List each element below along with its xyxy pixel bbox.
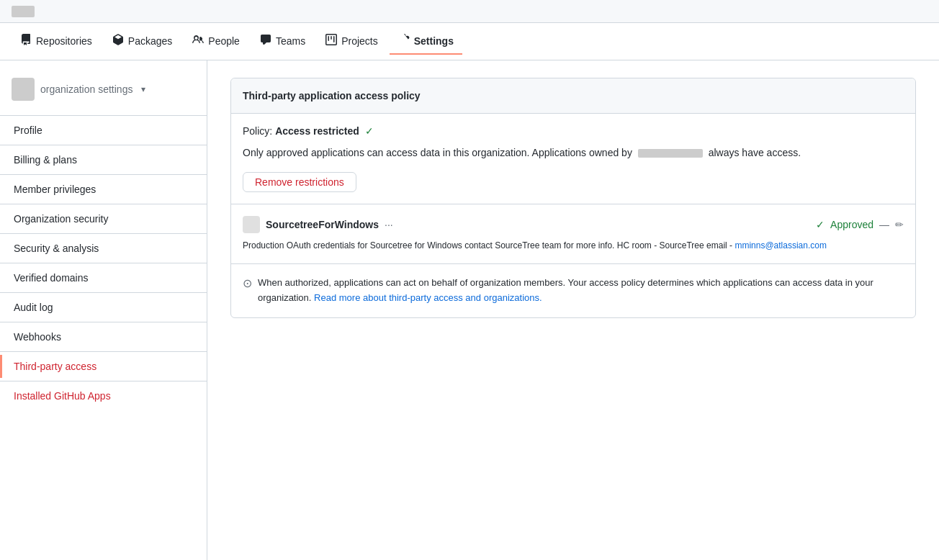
settings-icon — [398, 34, 410, 48]
top-bar — [0, 0, 939, 23]
check-icon: ✓ — [365, 125, 374, 137]
third-party-access-card: Third-party application access policy Po… — [230, 78, 916, 318]
app-options-button[interactable]: ··· — [385, 219, 393, 230]
card-title: Third-party application access policy — [243, 90, 904, 101]
edit-icon[interactable]: ✏ — [895, 219, 904, 230]
sidebar-item-installed-apps[interactable]: Installed GitHub Apps — [0, 384, 207, 407]
main-nav: Repositories Packages People Teams Proje… — [0, 23, 939, 60]
card-header: Third-party application access policy — [231, 78, 915, 114]
sidebar-divider-2 — [0, 174, 207, 175]
org-name-blurred — [638, 149, 703, 158]
app-email-link[interactable]: mminns@atlassian.com — [734, 240, 827, 250]
sidebar-divider-9 — [0, 381, 207, 381]
chevron-down-icon: ▾ — [141, 84, 145, 94]
app-row-left: SourcetreeForWindows ··· — [243, 216, 393, 233]
approved-check-icon: ✓ — [816, 219, 825, 230]
teams-icon — [260, 34, 271, 48]
app-row-right: ✓ Approved — ✏ — [816, 219, 904, 230]
sidebar-org-title: organization settings — [40, 83, 132, 95]
policy-desc-post: always have access. — [709, 147, 801, 158]
main-layout: organization settings ▾ Profile Billing … — [0, 60, 939, 560]
app-icon — [243, 216, 260, 233]
sidebar-item-third-party[interactable]: Third-party access — [0, 355, 207, 378]
nav-teams-label: Teams — [276, 35, 305, 47]
nav-settings-label: Settings — [414, 35, 454, 47]
org-avatar — [12, 78, 35, 101]
info-icon: ⊙ — [243, 276, 252, 290]
sidebar-divider-6 — [0, 292, 207, 293]
app-name: SourcetreeForWindows — [266, 219, 379, 230]
info-link[interactable]: Read more about third-party access and o… — [314, 292, 542, 303]
sidebar-header[interactable]: organization settings ▾ — [0, 72, 207, 112]
policy-description: Only approved applications can access da… — [243, 145, 904, 161]
sidebar-divider-3 — [0, 204, 207, 204]
policy-status-value: Access restricted — [275, 125, 359, 137]
info-text: When authorized, applications can act on… — [258, 276, 904, 306]
approved-label: Approved — [830, 219, 873, 230]
sidebar-item-audit-log[interactable]: Audit log — [0, 296, 207, 319]
sidebar-item-webhooks[interactable]: Webhooks — [0, 325, 207, 348]
dash-separator: — — [879, 219, 889, 230]
sidebar-item-profile[interactable]: Profile — [0, 119, 207, 142]
nav-projects-label: Projects — [341, 35, 378, 47]
policy-label: Policy: — [243, 125, 272, 137]
remove-restrictions-button[interactable]: Remove restrictions — [243, 172, 356, 192]
nav-repositories-label: Repositories — [36, 35, 92, 47]
sidebar-divider — [0, 115, 207, 116]
app-desc-text: Production OAuth credentials for Sourcet… — [243, 240, 732, 250]
nav-projects[interactable]: Projects — [317, 28, 387, 55]
app-row: SourcetreeForWindows ··· ✓ Approved — ✏ … — [231, 204, 915, 263]
sidebar-divider-7 — [0, 322, 207, 322]
sidebar-item-verified-domains[interactable]: Verified domains — [0, 266, 207, 289]
info-row: ⊙ When authorized, applications can act … — [231, 263, 915, 317]
main-content: Third-party application access policy Po… — [207, 60, 939, 560]
sidebar: organization settings ▾ Profile Billing … — [0, 60, 207, 560]
sidebar-divider-5 — [0, 263, 207, 263]
sidebar-item-billing[interactable]: Billing & plans — [0, 148, 207, 171]
sidebar-item-org-security[interactable]: Organization security — [0, 207, 207, 230]
sidebar-item-security-analysis[interactable]: Security & analysis — [0, 237, 207, 260]
package-icon — [112, 34, 124, 48]
sidebar-divider-8 — [0, 351, 207, 352]
projects-icon — [325, 34, 337, 48]
nav-people[interactable]: People — [184, 28, 248, 55]
repo-icon — [20, 34, 32, 48]
nav-packages[interactable]: Packages — [104, 28, 181, 55]
policy-status: Policy: Access restricted ✓ — [243, 125, 904, 137]
nav-settings[interactable]: Settings — [390, 28, 462, 55]
sidebar-divider-1 — [0, 145, 207, 145]
app-description: Production OAuth credentials for Sourcet… — [243, 239, 904, 252]
nav-people-label: People — [208, 35, 240, 47]
sidebar-item-member-privileges[interactable]: Member privileges — [0, 178, 207, 201]
policy-desc-pre: Only approved applications can access da… — [243, 147, 632, 158]
sidebar-divider-4 — [0, 233, 207, 234]
people-icon — [192, 34, 204, 48]
nav-repositories[interactable]: Repositories — [12, 28, 101, 55]
nav-packages-label: Packages — [128, 35, 172, 47]
card-body: Policy: Access restricted ✓ Only approve… — [231, 114, 915, 204]
nav-teams[interactable]: Teams — [251, 28, 314, 55]
github-logo — [12, 6, 35, 17]
app-row-header: SourcetreeForWindows ··· ✓ Approved — ✏ — [243, 216, 904, 233]
